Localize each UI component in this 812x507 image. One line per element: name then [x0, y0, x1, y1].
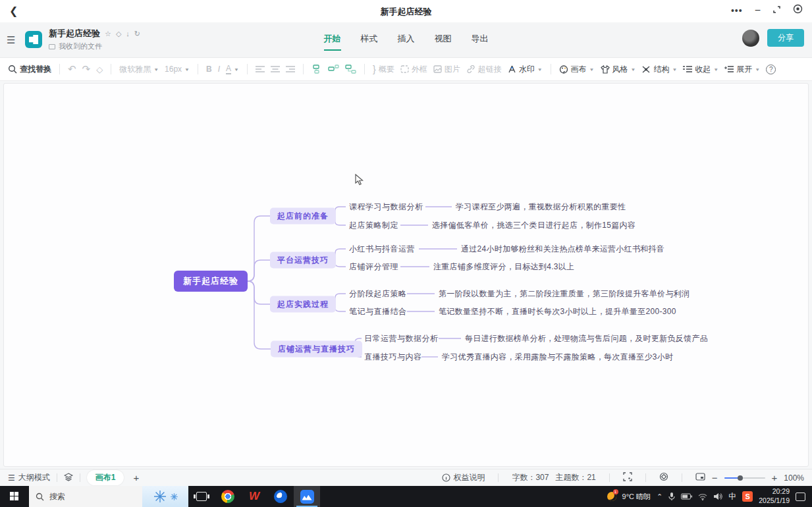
- sogou-icon[interactable]: S: [742, 491, 753, 502]
- taskbar-search-input[interactable]: 搜索: [29, 486, 142, 507]
- image-button[interactable]: 图片: [433, 64, 460, 75]
- ime-indicator[interactable]: 中: [728, 491, 736, 502]
- mindmap-subtopic[interactable]: 直播技巧与内容: [364, 352, 422, 363]
- share-button[interactable]: 分享: [767, 29, 804, 47]
- mindmap-branch-node[interactable]: 起店前的准备: [270, 208, 336, 225]
- mindmap-root-node[interactable]: 新手起店经验: [174, 271, 248, 292]
- mindmap-detail[interactable]: 注重店铺多维度评分，目标达到4.3以上: [433, 261, 574, 273]
- locate-icon[interactable]: [659, 472, 668, 483]
- fullscreen-icon[interactable]: [623, 472, 632, 483]
- mindmap-detail[interactable]: 学习优秀直播内容，采用露脸与不露脸策略，每次直播至少3小时: [442, 352, 673, 363]
- structure-label: 结构: [653, 64, 669, 75]
- weather-text[interactable]: 9°C 晴朗: [622, 492, 651, 502]
- zoom-in-icon[interactable]: +: [772, 472, 778, 483]
- insert-topic-icon[interactable]: [311, 65, 322, 74]
- italic-button[interactable]: I: [218, 65, 220, 74]
- font-family-select[interactable]: 微软雅黑▼: [119, 64, 159, 75]
- bold-button[interactable]: B: [206, 65, 212, 74]
- weather-widget[interactable]: [142, 486, 188, 507]
- mindmap-branch-node[interactable]: 店铺运营与直播技巧: [271, 341, 362, 358]
- mindmap-detail[interactable]: 学习课程至少两遍，重视数据分析积累的重要性: [456, 201, 626, 213]
- mindmap-subtopic[interactable]: 小红书与抖音运营: [349, 244, 415, 255]
- mindmap-detail[interactable]: 第一阶段以数量为主，第二阶段注重质量，第三阶段提升客单价与利润: [439, 288, 690, 300]
- mindmap-detail[interactable]: 笔记数量坚持不断，直播时长每次3小时以上，提升单量至200-300: [439, 306, 676, 317]
- chrome-app-button[interactable]: [215, 486, 241, 507]
- tab-export[interactable]: 导出: [472, 33, 489, 51]
- zoom-level: 100%: [784, 473, 804, 483]
- more-options-icon[interactable]: •••: [731, 5, 743, 16]
- mindmap-subtopic[interactable]: 起店策略制定: [349, 220, 398, 231]
- outline-mode-button[interactable]: ☰ 大纲模式: [8, 472, 50, 483]
- style-label: 风格: [612, 64, 628, 75]
- rights-info-button[interactable]: 权益说明: [442, 472, 485, 483]
- speaker-icon[interactable]: [713, 493, 722, 500]
- canvas-button[interactable]: 画布▼: [559, 64, 595, 75]
- wps-app-button[interactable]: W: [241, 486, 267, 507]
- expand-button[interactable]: 展开▼: [724, 64, 760, 75]
- layers-icon[interactable]: [64, 473, 73, 483]
- user-avatar[interactable]: [742, 30, 759, 47]
- mindmap-subtopic[interactable]: 课程学习与数据分析: [349, 201, 423, 213]
- watermark-button[interactable]: 水印▼: [508, 64, 543, 75]
- weather-moon-icon[interactable]: 1: [607, 492, 616, 501]
- maximize-icon[interactable]: [772, 5, 781, 16]
- mindmap-detail[interactable]: 通过24小时加够粉丝和关注热点榜单来运营小红书和抖音: [461, 244, 664, 255]
- notification-icon[interactable]: [796, 493, 805, 501]
- zoom-out-icon[interactable]: −: [712, 472, 718, 483]
- font-size-select[interactable]: 16px▼: [165, 65, 190, 74]
- topic-count: 主题数：21: [555, 472, 595, 483]
- align-center-icon[interactable]: [271, 66, 280, 73]
- undo-icon[interactable]: ↶: [68, 63, 76, 75]
- align-right-icon[interactable]: [286, 66, 295, 73]
- help-icon[interactable]: ?: [766, 65, 776, 74]
- mindmap-branch-node[interactable]: 平台运营技巧: [270, 252, 336, 269]
- mindmap-subtopic[interactable]: 日常运营与数据分析: [364, 333, 439, 344]
- hyperlink-button[interactable]: 超链接: [466, 64, 502, 75]
- microphone-icon[interactable]: [668, 492, 675, 501]
- mindmap-app-button[interactable]: [294, 486, 320, 507]
- browser-app-button[interactable]: [267, 486, 294, 507]
- zoom-slider[interactable]: [724, 477, 765, 479]
- taskbar-clock[interactable]: 20:29 2025/1/19: [759, 487, 790, 505]
- hidden-icons-chevron[interactable]: ⌃: [657, 493, 663, 501]
- battery-icon[interactable]: [681, 493, 692, 500]
- info-icon: [442, 473, 450, 482]
- style-button[interactable]: 风格▼: [601, 64, 636, 75]
- status-bar: ☰ 大纲模式 画布1 + 权益说明 字数：307 主题数：21 − + 100%: [0, 469, 812, 486]
- tab-insert[interactable]: 插入: [398, 33, 415, 51]
- task-view-button[interactable]: [188, 486, 215, 507]
- collapse-label: 收起: [695, 64, 711, 75]
- tab-style[interactable]: 样式: [361, 33, 378, 51]
- mindmap-subtopic[interactable]: 分阶段起店策略: [349, 288, 407, 300]
- summary-button[interactable]: }概要: [373, 64, 394, 75]
- snowflake-icon: [170, 493, 178, 501]
- insert-subtopic-icon[interactable]: [328, 65, 339, 74]
- tab-start[interactable]: 开始: [324, 33, 341, 51]
- canvas-tab[interactable]: 画布1: [87, 470, 124, 485]
- structure-button[interactable]: 结构▼: [641, 64, 677, 75]
- redo-icon[interactable]: ↷: [82, 63, 91, 75]
- frame-button[interactable]: 外框: [400, 64, 427, 75]
- add-canvas-icon[interactable]: +: [133, 472, 139, 483]
- watermark-label: 水印: [519, 64, 535, 75]
- summary-label: 概要: [379, 64, 394, 75]
- wifi-icon[interactable]: [698, 493, 707, 500]
- format-painter-icon[interactable]: ◇: [96, 65, 103, 74]
- mindmap-canvas[interactable]: 新手起店经验 起店前的准备 平台运营技巧 起店实践过程 店铺运营与直播技巧 课程…: [3, 83, 809, 467]
- mindmap-detail[interactable]: 每日进行数据榜单分析，处理物流与售后问题，及时更新负反馈产品: [465, 333, 708, 344]
- find-replace-label: 查找替换: [20, 64, 51, 75]
- start-button[interactable]: [0, 486, 29, 507]
- mindmap-subtopic[interactable]: 笔记与直播结合: [349, 306, 407, 317]
- collapse-button[interactable]: 收起▼: [683, 64, 718, 75]
- minimize-icon[interactable]: −: [755, 5, 761, 16]
- minimap-icon[interactable]: [695, 473, 705, 483]
- find-replace-button[interactable]: 查找替换: [8, 64, 51, 75]
- record-icon[interactable]: [793, 4, 803, 16]
- mindmap-branch-node[interactable]: 起店实践过程: [270, 296, 336, 313]
- align-left-icon[interactable]: [256, 66, 265, 73]
- insert-sibling-icon[interactable]: [345, 65, 356, 74]
- font-color-button[interactable]: A▼: [226, 64, 239, 74]
- mindmap-subtopic[interactable]: 店铺评分管理: [349, 261, 398, 273]
- tab-view[interactable]: 视图: [435, 33, 452, 51]
- mindmap-detail[interactable]: 选择偏低客单价，挑选三个类目进行起店，制作15篇内容: [432, 220, 636, 231]
